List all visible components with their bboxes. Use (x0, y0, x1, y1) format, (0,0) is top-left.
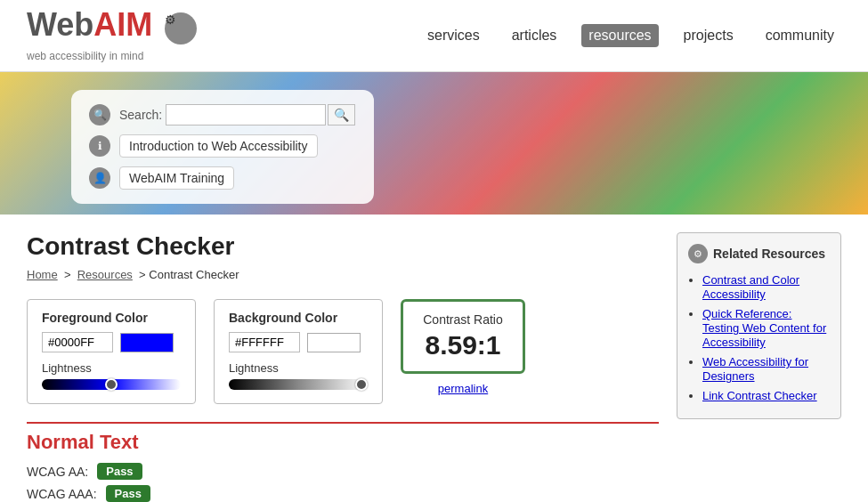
normal-text-title: Normal Text (27, 431, 659, 454)
contrast-area: Contrast Ratio 8.59:1 permalink (401, 299, 525, 395)
search-button[interactable]: 🔍 (328, 104, 355, 126)
related-title-row: ⚙ Related Resources (688, 244, 830, 263)
wcag-aaa-label: WCAG AAA: (27, 487, 97, 501)
related-link-1[interactable]: Contrast and Color Accessibility (702, 273, 799, 301)
sidebar: ⚙ Related Resources Contrast and Color A… (677, 232, 841, 502)
background-swatch (307, 333, 361, 352)
person-icon: 👤 (89, 167, 110, 189)
training-row: 👤 WebAIM Training (89, 166, 356, 190)
related-icon: ⚙ (688, 244, 708, 263)
gear-icon: ⚙ (165, 12, 197, 45)
foreground-hex-input[interactable] (42, 332, 113, 352)
related-link-4[interactable]: Link Contrast Checker (702, 389, 817, 402)
list-item: Contrast and Color Accessibility (702, 272, 830, 301)
background-hex-input[interactable] (229, 332, 300, 352)
list-item: Web Accessibility for Designers (702, 354, 830, 383)
foreground-lightness-label: Lightness (42, 361, 181, 375)
breadcrumb-home[interactable]: Home (27, 268, 58, 281)
list-item: Link Contrast Checker (702, 388, 830, 402)
logo: WebAIM ⚙ web accessibility in mind (27, 9, 197, 62)
background-group: Background Color Lightness (214, 299, 383, 404)
wcag-aaa-row: WCAG AAA: Pass (27, 485, 659, 502)
main-nav: services articles resources projects com… (420, 24, 841, 47)
search-box: 🔍 Search: 🔍 ℹ Introduction to Web Access… (71, 90, 374, 204)
nav-projects[interactable]: projects (677, 24, 741, 47)
nav-services[interactable]: services (420, 24, 487, 47)
info-icon: ℹ (89, 135, 110, 157)
related-link-2[interactable]: Quick Reference: Testing Web Content for… (702, 307, 826, 349)
foreground-swatch (120, 333, 174, 352)
logo-web: Web (27, 6, 93, 43)
nav-articles[interactable]: articles (505, 24, 564, 47)
wcag-rows: WCAG AA: Pass WCAG AAA: Pass (27, 463, 659, 502)
background-lightness-slider[interactable] (229, 379, 368, 390)
color-inputs: Foreground Color Lightness Background Co… (27, 299, 659, 404)
contrast-ratio-box: Contrast Ratio 8.59:1 (401, 299, 525, 374)
breadcrumb-current: > Contrast Checker (139, 268, 239, 281)
content-area: Contrast Checker Home > Resources > Cont… (27, 232, 659, 502)
background-lightness-label: Lightness (229, 361, 368, 375)
background-title: Background Color (229, 311, 368, 325)
ratio-number: 8.59 (425, 330, 476, 360)
training-link[interactable]: WebAIM Training (119, 166, 234, 190)
nav-community[interactable]: community (758, 24, 841, 47)
related-title: Related Resources (713, 247, 825, 261)
wcag-aa-row: WCAG AA: Pass (27, 463, 659, 480)
logo-aim: AIM (93, 6, 152, 43)
wcag-aa-label: WCAG AA: (27, 465, 88, 479)
wcag-aaa-badge: Pass (106, 485, 150, 502)
page-title: Contrast Checker (27, 232, 659, 261)
background-input-row (229, 332, 368, 352)
list-item: Quick Reference: Testing Web Content for… (702, 306, 830, 349)
site-header: WebAIM ⚙ web accessibility in mind servi… (0, 0, 868, 72)
logo-tagline: web accessibility in mind (27, 50, 197, 62)
search-input[interactable] (166, 104, 326, 126)
search-input-row: Search: 🔍 (119, 104, 355, 126)
intro-row: ℹ Introduction to Web Accessibility (89, 134, 356, 158)
search-icon: 🔍 (89, 104, 110, 126)
related-list: Contrast and Color Accessibility Quick R… (688, 272, 830, 402)
foreground-title: Foreground Color (42, 311, 181, 325)
main-content: Contrast Checker Home > Resources > Cont… (0, 215, 868, 502)
breadcrumb-resources[interactable]: Resources (77, 268, 133, 281)
related-link-3[interactable]: Web Accessibility for Designers (702, 355, 808, 383)
hero-banner: 🔍 Search: 🔍 ℹ Introduction to Web Access… (0, 72, 868, 215)
foreground-lightness-slider[interactable] (42, 379, 181, 390)
intro-link[interactable]: Introduction to Web Accessibility (119, 134, 318, 158)
contrast-label: Contrast Ratio (421, 312, 505, 327)
logo-text: WebAIM (27, 6, 161, 43)
wcag-aa-badge: Pass (97, 463, 142, 480)
foreground-group: Foreground Color Lightness (27, 299, 196, 404)
breadcrumb: Home > Resources > Contrast Checker (27, 268, 659, 281)
permalink-row: permalink (438, 381, 488, 395)
search-label: Search: (119, 108, 162, 122)
related-resources-box: ⚙ Related Resources Contrast and Color A… (677, 232, 841, 419)
ratio-suffix: :1 (477, 330, 501, 360)
normal-text-section: Normal Text WCAG AA: Pass WCAG AAA: Pass… (27, 422, 659, 502)
contrast-ratio-value: 8.59:1 (421, 330, 505, 360)
permalink-link[interactable]: permalink (438, 382, 488, 395)
search-row: 🔍 Search: 🔍 (89, 104, 356, 126)
nav-resources[interactable]: resources (581, 24, 658, 47)
foreground-input-row (42, 332, 181, 352)
